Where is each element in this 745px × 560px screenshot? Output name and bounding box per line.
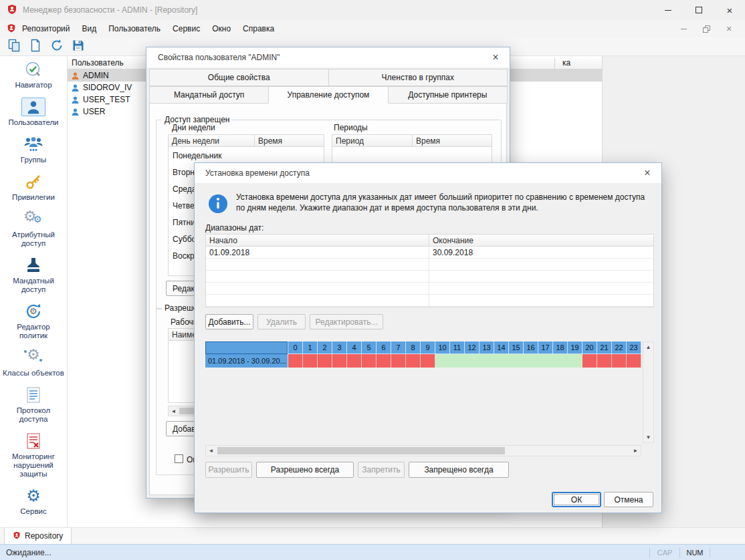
sidebar-item[interactable]: Привилегии	[0, 172, 67, 202]
hour-header-cell[interactable]: 14	[494, 341, 509, 354]
delete-range-button[interactable]: Удалить	[257, 314, 306, 329]
hour-cell-denied[interactable]	[303, 354, 318, 368]
hour-cell-denied[interactable]	[582, 354, 597, 368]
menu-item[interactable]: Вид	[76, 21, 103, 37]
minimize-button[interactable]	[653, 0, 683, 20]
allow-button[interactable]: Разрешить	[205, 462, 252, 478]
hour-cell-allowed[interactable]	[435, 354, 450, 368]
hour-header-cell[interactable]: 1	[303, 341, 318, 354]
scroll-right-icon[interactable]: ►	[631, 446, 641, 456]
hour-header-cell[interactable]: 16	[524, 341, 538, 354]
scroll-down-icon[interactable]: ▼	[643, 432, 653, 442]
deny-button[interactable]: Запретить	[358, 462, 405, 478]
allow-always-button[interactable]: Разрешено всегда	[256, 462, 354, 478]
scroll-up-icon[interactable]: ▲	[643, 342, 653, 352]
hour-cell-denied[interactable]	[288, 354, 303, 368]
maximize-button[interactable]	[683, 0, 714, 20]
hour-cell-denied[interactable]	[627, 354, 641, 368]
table-row-empty[interactable]	[206, 259, 653, 271]
hour-header-cell[interactable]: 19	[568, 341, 582, 354]
mdi-minimize-button[interactable]	[678, 23, 689, 34]
hour-header-cell[interactable]: 23	[627, 341, 641, 354]
sidebar-item[interactable]: ⚙Сервис	[0, 486, 67, 516]
column-header-time[interactable]: Время	[413, 135, 492, 146]
hour-header-cell[interactable]: 3	[332, 341, 347, 354]
table-row-empty[interactable]	[206, 271, 653, 283]
hour-cell-denied[interactable]	[391, 354, 406, 368]
date-ranges-table[interactable]: Начало Окончание 01.09.201830.09.2018	[205, 234, 654, 307]
close-icon[interactable]: ×	[488, 51, 503, 63]
hour-cell-denied[interactable]	[377, 354, 391, 368]
close-icon[interactable]: ×	[640, 167, 655, 179]
grid-vscrollbar[interactable]: ▲ ▼	[643, 341, 654, 443]
hour-header-cell[interactable]: 10	[435, 341, 450, 354]
hour-cell-allowed[interactable]	[509, 354, 524, 368]
sidebar-item[interactable]: ⚙⚙Атрибутный доступ	[0, 210, 67, 248]
hour-header-cell[interactable]: 2	[318, 341, 332, 354]
mdi-restore-button[interactable]	[701, 23, 712, 34]
hour-header-cell[interactable]: 7	[391, 341, 406, 354]
tab-item[interactable]: Общие свойства	[149, 69, 329, 86]
hour-cell-denied[interactable]	[406, 354, 421, 368]
column-header-period[interactable]: Период	[332, 135, 413, 146]
restrict-checkbox[interactable]	[175, 454, 183, 463]
column-header-end[interactable]: Окончание	[429, 235, 653, 246]
hour-header-cell[interactable]: 8	[406, 341, 421, 354]
tab-active[interactable]: Управление доступом	[268, 86, 388, 104]
hour-header-cell[interactable]: 12	[465, 341, 480, 354]
hour-cell-denied[interactable]	[332, 354, 347, 368]
hour-cell-denied[interactable]	[318, 354, 332, 368]
scroll-thumb[interactable]	[217, 447, 505, 454]
cancel-button[interactable]: Отмена	[604, 492, 653, 507]
tab-item[interactable]: Членство в группах	[328, 69, 508, 86]
hour-cell-denied[interactable]	[597, 354, 612, 368]
toolbar-save-button[interactable]	[70, 39, 86, 55]
deny-always-button[interactable]: Запрещено всегда	[409, 462, 509, 478]
column-header-time[interactable]: Время	[255, 135, 324, 146]
column-header-user[interactable]: Пользователь	[68, 58, 124, 67]
menu-item[interactable]: Справка	[237, 21, 280, 37]
hour-header-cell[interactable]: 0	[288, 341, 303, 354]
menu-item[interactable]: Репозиторий	[16, 21, 76, 37]
hour-cell-denied[interactable]	[421, 354, 435, 368]
hour-header-cell[interactable]: 6	[377, 341, 391, 354]
menu-item[interactable]: Сервис	[167, 21, 206, 37]
hour-cell-allowed[interactable]	[450, 354, 465, 368]
hour-header-cell[interactable]: 17	[538, 341, 553, 354]
repository-tab[interactable]: Repository	[4, 528, 72, 545]
grid-row-label[interactable]: 01.09.2018 - 30.09.20...	[205, 354, 288, 368]
hour-cell-allowed[interactable]	[524, 354, 538, 368]
menu-item[interactable]: Окно	[206, 21, 237, 37]
sidebar-item[interactable]: ⚙Редактор политик	[0, 302, 67, 340]
sidebar-item[interactable]: Пользователи	[0, 98, 67, 127]
add-range-button[interactable]: Добавить...	[205, 314, 253, 329]
close-button[interactable]: ×	[714, 0, 745, 20]
sidebar-item[interactable]: ⚙Классы объектов	[0, 348, 67, 378]
hour-cell-allowed[interactable]	[480, 354, 494, 368]
hour-header-cell[interactable]: 22	[612, 341, 627, 354]
scroll-left-icon[interactable]: ◄	[206, 446, 216, 456]
hour-header-cell[interactable]: 13	[480, 341, 494, 354]
sidebar-item[interactable]: Протокол доступа	[0, 386, 67, 424]
hour-header-cell[interactable]: 9	[421, 341, 435, 354]
hour-header-cell[interactable]: 15	[509, 341, 524, 354]
hour-header-cell[interactable]: 18	[553, 341, 568, 354]
column-header-start[interactable]: Начало	[206, 235, 429, 246]
menu-item[interactable]: Пользователь	[102, 21, 167, 37]
grid-corner-cell[interactable]	[205, 341, 288, 354]
column-header-partial[interactable]: ка	[562, 58, 570, 67]
hour-cell-denied[interactable]	[612, 354, 627, 368]
hour-header-cell[interactable]: 5	[362, 341, 377, 354]
table-row-empty[interactable]	[206, 283, 653, 295]
hour-cell-allowed[interactable]	[538, 354, 553, 368]
tab-item[interactable]: Доступные принтеры	[388, 86, 508, 104]
column-header-day[interactable]: День недели	[169, 135, 255, 146]
hour-header-cell[interactable]: 20	[582, 341, 597, 354]
hour-cell-allowed[interactable]	[494, 354, 509, 368]
grid-hscrollbar[interactable]: ◄ ►	[205, 445, 641, 456]
edit-range-button[interactable]: Редактировать...	[310, 314, 383, 329]
table-row[interactable]: 01.09.201830.09.2018	[206, 247, 653, 259]
hour-cell-allowed[interactable]	[568, 354, 582, 368]
sidebar-item[interactable]: Мандатный доступ	[0, 256, 67, 294]
mdi-close-button[interactable]: ×	[724, 23, 734, 34]
